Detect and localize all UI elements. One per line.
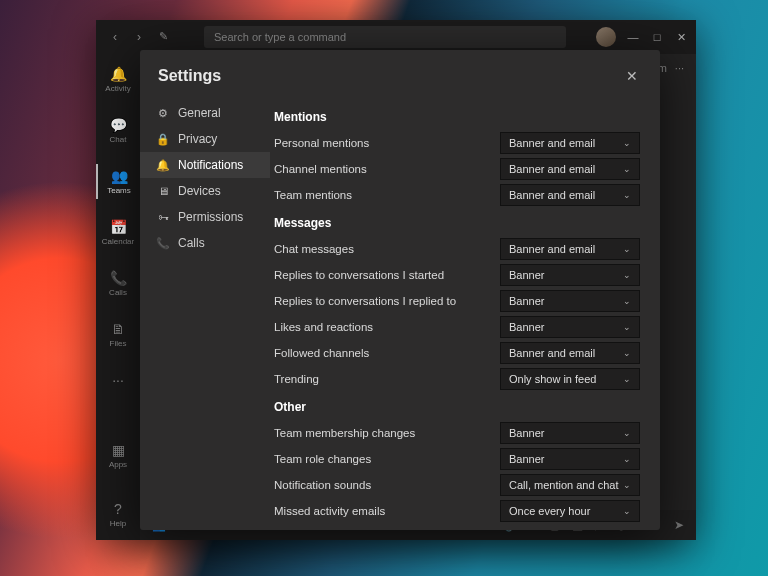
rail-activity[interactable]: 🔔 Activity <box>96 62 140 97</box>
forward-button[interactable]: › <box>132 30 146 44</box>
maximize-button[interactable]: □ <box>650 31 664 43</box>
close-window-button[interactable]: ✕ <box>674 31 688 44</box>
setting-label: Channel mentions <box>274 163 500 175</box>
chevron-down-icon: ⌄ <box>623 296 631 306</box>
settings-nav-label: Calls <box>178 236 205 250</box>
dropdown-value: Banner <box>509 269 544 281</box>
call-icon: 📞 <box>156 236 170 250</box>
chevron-down-icon: ⌄ <box>623 190 631 200</box>
chevron-down-icon: ⌄ <box>623 428 631 438</box>
setting-dropdown[interactable]: Banner and email⌄ <box>500 132 640 154</box>
setting-dropdown[interactable]: Banner⌄ <box>500 422 640 444</box>
section-header: Mentions <box>274 110 640 124</box>
dropdown-value: Call, mention and chat <box>509 479 618 491</box>
setting-dropdown[interactable]: Banner⌄ <box>500 264 640 286</box>
back-button[interactable]: ‹ <box>108 30 122 44</box>
setting-label: Replies to conversations I replied to <box>274 295 500 307</box>
compose-send-icon[interactable]: ➤ <box>674 518 684 532</box>
rail-teams[interactable]: 👥 Teams <box>96 164 140 199</box>
dropdown-value: Banner and email <box>509 243 595 255</box>
setting-label: Missed activity emails <box>274 505 500 517</box>
setting-label: Trending <box>274 373 500 385</box>
setting-dropdown[interactable]: Banner⌄ <box>500 448 640 470</box>
setting-label: Team role changes <box>274 453 500 465</box>
minimize-button[interactable]: — <box>626 31 640 43</box>
settings-nav: ⚙General🔒Privacy🔔Notifications🖥Devices🗝P… <box>140 96 270 530</box>
setting-row: Team membership changesBanner⌄ <box>274 422 640 444</box>
settings-nav-devices[interactable]: 🖥Devices <box>140 178 270 204</box>
dropdown-value: Banner and email <box>509 347 595 359</box>
setting-row: Chat messagesBanner and email⌄ <box>274 238 640 260</box>
setting-label: Team membership changes <box>274 427 500 439</box>
search-input[interactable]: Search or type a command <box>204 26 566 48</box>
setting-dropdown[interactable]: Banner and email⌄ <box>500 238 640 260</box>
setting-row: TrendingOnly show in feed⌄ <box>274 368 640 390</box>
bell-icon: 🔔 <box>156 158 170 172</box>
setting-label: Notification sounds <box>274 479 500 491</box>
setting-row: Team mentionsBanner and email⌄ <box>274 184 640 206</box>
rail-calendar[interactable]: 📅 Calendar <box>96 215 140 250</box>
settings-nav-permissions[interactable]: 🗝Permissions <box>140 204 270 230</box>
apps-icon: ▦ <box>110 442 126 458</box>
lock-icon: 🔒 <box>156 132 170 146</box>
settings-nav-privacy[interactable]: 🔒Privacy <box>140 126 270 152</box>
dropdown-value: Only show in feed <box>509 373 596 385</box>
setting-row: Likes and reactionsBanner⌄ <box>274 316 640 338</box>
rail-help[interactable]: ? Help <box>96 497 140 532</box>
titlebar: ‹ › ✎ Search or type a command — □ ✕ <box>96 20 696 54</box>
setting-dropdown[interactable]: Once every hour⌄ <box>500 500 640 522</box>
setting-row: Personal mentionsBanner and email⌄ <box>274 132 640 154</box>
file-icon: 🗎 <box>110 321 126 337</box>
setting-row: Notification soundsCall, mention and cha… <box>274 474 640 496</box>
chevron-down-icon: ⌄ <box>623 244 631 254</box>
setting-dropdown[interactable]: Banner⌄ <box>500 316 640 338</box>
dropdown-value: Banner <box>509 321 544 333</box>
setting-dropdown[interactable]: Banner and email⌄ <box>500 342 640 364</box>
rail-files[interactable]: 🗎 Files <box>96 317 140 352</box>
dropdown-value: Banner <box>509 295 544 307</box>
chat-icon: 💬 <box>110 117 126 133</box>
setting-dropdown[interactable]: Banner⌄ <box>500 290 640 312</box>
settings-modal: Settings ✕ ⚙General🔒Privacy🔔Notification… <box>140 50 660 530</box>
tab-more[interactable]: ··· <box>675 62 684 74</box>
settings-nav-label: Devices <box>178 184 221 198</box>
chevron-down-icon: ⌄ <box>623 322 631 332</box>
settings-nav-calls[interactable]: 📞Calls <box>140 230 270 256</box>
dropdown-value: Banner and email <box>509 189 595 201</box>
setting-row: Missed activity emailsOnce every hour⌄ <box>274 500 640 522</box>
avatar[interactable] <box>596 27 616 47</box>
settings-nav-label: Notifications <box>178 158 243 172</box>
rail-more[interactable]: ··· <box>96 368 140 392</box>
settings-nav-label: General <box>178 106 221 120</box>
search-placeholder: Search or type a command <box>214 31 346 43</box>
new-note-button[interactable]: ✎ <box>156 30 170 44</box>
bell-icon: 🔔 <box>110 66 126 82</box>
chevron-down-icon: ⌄ <box>623 480 631 490</box>
gear-icon: ⚙ <box>156 106 170 120</box>
setting-row: Replies to conversations I replied toBan… <box>274 290 640 312</box>
perm-icon: 🗝 <box>156 210 170 224</box>
setting-dropdown[interactable]: Only show in feed⌄ <box>500 368 640 390</box>
more-icon: ··· <box>110 372 126 388</box>
app-rail: 🔔 Activity 💬 Chat 👥 Teams 📅 Calendar 📞 C… <box>96 54 140 540</box>
settings-nav-label: Permissions <box>178 210 243 224</box>
dropdown-value: Banner and email <box>509 137 595 149</box>
setting-dropdown[interactable]: Banner and email⌄ <box>500 158 640 180</box>
chevron-down-icon: ⌄ <box>623 506 631 516</box>
setting-label: Team mentions <box>274 189 500 201</box>
settings-nav-general[interactable]: ⚙General <box>140 100 270 126</box>
phone-icon: 📞 <box>110 270 126 286</box>
close-icon[interactable]: ✕ <box>622 64 642 88</box>
settings-title: Settings <box>158 67 221 85</box>
settings-nav-notifications[interactable]: 🔔Notifications <box>140 152 270 178</box>
setting-label: Chat messages <box>274 243 500 255</box>
rail-chat[interactable]: 💬 Chat <box>96 113 140 148</box>
setting-dropdown[interactable]: Call, mention and chat⌄ <box>500 474 640 496</box>
dropdown-value: Banner <box>509 453 544 465</box>
rail-apps[interactable]: ▦ Apps <box>96 438 140 473</box>
rail-calls[interactable]: 📞 Calls <box>96 266 140 301</box>
chevron-down-icon: ⌄ <box>623 138 631 148</box>
setting-dropdown[interactable]: Banner and email⌄ <box>500 184 640 206</box>
dropdown-value: Banner and email <box>509 163 595 175</box>
setting-label: Followed channels <box>274 347 500 359</box>
